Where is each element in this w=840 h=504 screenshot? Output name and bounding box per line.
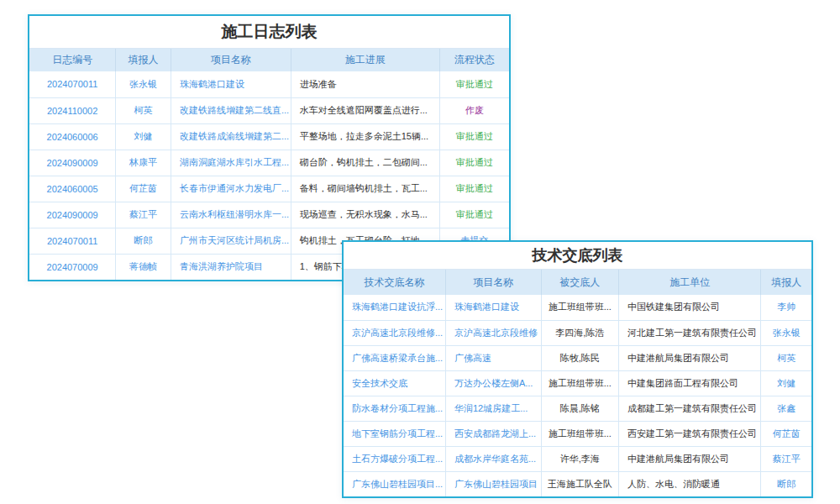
log-id-cell[interactable]: 2024090009 <box>29 202 116 228</box>
disclosure-name-cell[interactable]: 京沪高速北京段维修... <box>344 320 445 345</box>
construction-log-table-header: 日志编号填报人项目名称施工进展流程状态 <box>29 49 509 71</box>
construction-unit-cell: 中国铁建集团有限公司 <box>619 295 761 320</box>
log-id-cell[interactable]: 2024070011 <box>29 228 116 254</box>
log-id-cell[interactable]: 2024090009 <box>29 150 116 176</box>
status-badge: 审批通过 <box>439 176 509 202</box>
column-header: 流程状态 <box>439 49 509 71</box>
progress-cell: 进场准备 <box>291 71 439 97</box>
reporter-cell[interactable]: 断郎 <box>761 471 811 496</box>
column-header: 项目名称 <box>445 270 541 295</box>
column-header: 被交底人 <box>541 270 618 295</box>
status-badge: 审批通过 <box>439 202 509 228</box>
construction-unit-cell: 人防、水电、消防暖通 <box>619 471 761 496</box>
column-header: 日志编号 <box>29 49 116 71</box>
header-row: 日志编号填报人项目名称施工进展流程状态 <box>29 49 509 71</box>
receiver-cell: 陈晨,陈铭 <box>541 396 618 421</box>
log-id-cell[interactable]: 2024060005 <box>29 176 116 202</box>
status-badge: 审批通过 <box>439 71 509 97</box>
table-row: 京沪高速北京段维修...京沪高速北京段维修李四海,陈浩河北建工第一建筑有限责任公… <box>344 320 811 345</box>
project-name-cell[interactable]: 西安成都路龙湖上... <box>445 421 541 446</box>
status-badge: 审批通过 <box>439 123 509 150</box>
table-row: 2024110002柯英改建铁路线增建第二线直...水车对全线遮阳网覆盖点进行.… <box>29 97 509 123</box>
reporter-cell[interactable]: 张鑫 <box>761 396 811 421</box>
project-name-cell[interactable]: 珠海鹤港口建设 <box>445 295 541 320</box>
disclosure-name-cell[interactable]: 防水卷材分项工程施... <box>344 396 445 421</box>
construction-unit-cell: 中建港航局集团有限公司 <box>619 446 761 471</box>
table-row: 珠海鹤港口建设抗浮...珠海鹤港口建设施工班组带班...中国铁建集团有限公司李帅 <box>344 295 811 320</box>
progress-cell: 现场巡查，无积水现象，水马... <box>291 202 439 228</box>
column-header: 施工单位 <box>619 270 761 295</box>
receiver-cell: 施工班组带班... <box>541 370 618 396</box>
reporter-cell[interactable]: 刘健 <box>116 123 171 150</box>
table-row: 地下室钢筋分项工程...西安成都路龙湖上...施工班组带班...西安建工第一建筑… <box>344 421 811 446</box>
table-row: 2024090009林康平湖南洞庭湖水库引水工程...砌台阶，钩机排土，二包砌间… <box>29 150 509 176</box>
reporter-cell[interactable]: 林康平 <box>116 150 171 176</box>
receiver-cell: 许华,李海 <box>541 446 618 471</box>
reporter-cell[interactable]: 何芷茵 <box>116 176 171 202</box>
reporter-cell[interactable]: 张永银 <box>116 71 171 97</box>
project-name-cell[interactable]: 成都水岸华庭名苑... <box>445 446 541 471</box>
table-row: 土石方爆破分项工程...成都水岸华庭名苑...许华,李海中建港航局集团有限公司蔡… <box>344 446 811 471</box>
progress-cell: 备料，砌间墙钩机排土，瓦工... <box>291 176 439 202</box>
disclosure-name-cell[interactable]: 地下室钢筋分项工程... <box>344 421 445 446</box>
project-name-cell[interactable]: 改建铁路成渝线增建第二... <box>171 123 291 150</box>
table-row: 广佛高速桥梁承台施...广佛高速陈牧,陈民中建港航局集团有限公司柯英 <box>344 345 811 370</box>
reporter-cell[interactable]: 刘健 <box>761 370 811 396</box>
log-id-cell[interactable]: 2024070011 <box>29 71 116 97</box>
disclosure-name-cell[interactable]: 安全技术交底 <box>344 370 445 396</box>
log-id-cell[interactable]: 2024110002 <box>29 97 116 123</box>
project-name-cell[interactable]: 青海洪湖养护院项目 <box>171 254 291 280</box>
reporter-cell[interactable]: 蔡江平 <box>761 446 811 471</box>
disclosure-name-cell[interactable]: 广东佛山碧桂园项目... <box>344 471 445 496</box>
project-name-cell[interactable]: 京沪高速北京段维修 <box>445 320 541 345</box>
project-name-cell[interactable]: 珠海鹤港口建设 <box>171 71 291 97</box>
progress-cell: 平整场地，拉走多余泥土15辆... <box>291 123 439 150</box>
disclosure-name-cell[interactable]: 广佛高速桥梁承台施... <box>344 345 445 370</box>
construction-unit-cell: 成都建工第一建筑有限责任公司 <box>619 396 761 421</box>
reporter-cell[interactable]: 柯英 <box>116 97 171 123</box>
log-id-cell[interactable]: 2024060006 <box>29 123 116 150</box>
receiver-cell: 王海施工队全队 <box>541 471 618 496</box>
tech-disclosure-table-header: 技术交底名称项目名称被交底人施工单位填报人 <box>344 270 811 295</box>
reporter-cell[interactable]: 蒋德帧 <box>116 254 171 280</box>
reporter-cell[interactable]: 何芷茵 <box>761 421 811 446</box>
construction-unit-cell: 河北建工第一建筑有限责任公司 <box>619 320 761 345</box>
disclosure-name-cell[interactable]: 土石方爆破分项工程... <box>344 446 445 471</box>
project-name-cell[interactable]: 广州市天河区统计局机房... <box>171 228 291 254</box>
construction-unit-cell: 中建港航局集团有限公司 <box>619 345 761 370</box>
construction-unit-cell: 西安建工第一建筑有限责任公司 <box>619 421 761 446</box>
column-header: 项目名称 <box>171 49 291 71</box>
construction-log-title: 施工日志列表 <box>29 16 509 49</box>
project-name-cell[interactable]: 广佛高速 <box>445 345 541 370</box>
log-id-cell[interactable]: 2024070009 <box>29 254 116 280</box>
reporter-cell[interactable]: 李帅 <box>761 295 811 320</box>
tech-disclosure-title: 技术交底列表 <box>344 242 811 270</box>
reporter-cell[interactable]: 柯英 <box>761 345 811 370</box>
column-header: 填报人 <box>761 270 811 295</box>
project-name-cell[interactable]: 湖南洞庭湖水库引水工程... <box>171 150 291 176</box>
table-row: 2024060006刘健改建铁路成渝线增建第二...平整场地，拉走多余泥土15辆… <box>29 123 509 150</box>
receiver-cell: 施工班组带班... <box>541 295 618 320</box>
receiver-cell: 施工班组带班... <box>541 421 618 446</box>
reporter-cell[interactable]: 断郎 <box>116 228 171 254</box>
table-row: 安全技术交底万达办公楼左侧A...施工班组带班...中建集团路面工程有限公司刘健 <box>344 370 811 396</box>
receiver-cell: 陈牧,陈民 <box>541 345 618 370</box>
column-header: 填报人 <box>116 49 171 71</box>
project-name-cell[interactable]: 华润12城房建工... <box>445 396 541 421</box>
header-row: 技术交底名称项目名称被交底人施工单位填报人 <box>344 270 811 295</box>
project-name-cell[interactable]: 长春市伊通河水力发电厂... <box>171 176 291 202</box>
disclosure-name-cell[interactable]: 珠海鹤港口建设抗浮... <box>344 295 445 320</box>
reporter-cell[interactable]: 张永银 <box>761 320 811 345</box>
project-name-cell[interactable]: 改建铁路线增建第二线直... <box>171 97 291 123</box>
column-header: 技术交底名称 <box>344 270 445 295</box>
table-row: 防水卷材分项工程施...华润12城房建工...陈晨,陈铭成都建工第一建筑有限责任… <box>344 396 811 421</box>
construction-unit-cell: 中建集团路面工程有限公司 <box>619 370 761 396</box>
table-row: 2024060005何芷茵长春市伊通河水力发电厂...备料，砌间墙钩机排土，瓦工… <box>29 176 509 202</box>
table-row: 广东佛山碧桂园项目...广东佛山碧桂园项目王海施工队全队人防、水电、消防暖通断郎 <box>344 471 811 496</box>
column-header: 施工进展 <box>291 49 439 71</box>
tech-disclosure-panel: 技术交底列表 技术交底名称项目名称被交底人施工单位填报人 珠海鹤港口建设抗浮..… <box>342 240 813 498</box>
project-name-cell[interactable]: 云南水利枢纽潜明水库一... <box>171 202 291 228</box>
project-name-cell[interactable]: 广东佛山碧桂园项目 <box>445 471 541 496</box>
reporter-cell[interactable]: 蔡江平 <box>116 202 171 228</box>
project-name-cell[interactable]: 万达办公楼左侧A... <box>445 370 541 396</box>
